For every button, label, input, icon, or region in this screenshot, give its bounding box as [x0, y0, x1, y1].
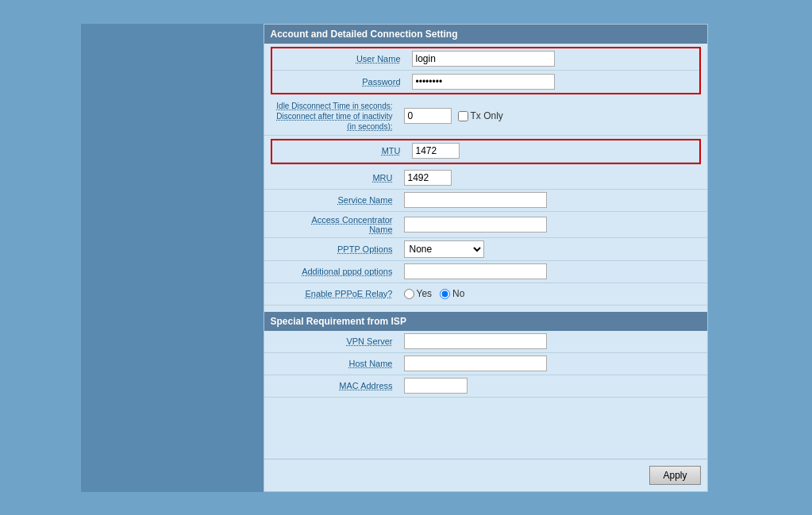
host-name-input[interactable]: [404, 356, 547, 371]
bottom-bar: Apply: [264, 459, 707, 491]
mru-row: MRU: [264, 167, 707, 190]
left-sidebar: [81, 24, 264, 492]
pppoe-relay-row: Enable PPPoE Relay? Yes No: [264, 283, 707, 306]
vpn-server-row: VPN Server: [264, 331, 707, 353]
access-concentrator-label: Access ConcentratorName: [264, 212, 399, 237]
yes-text: Yes: [417, 288, 433, 299]
mtu-input[interactable]: [412, 143, 460, 159]
pppoe-relay-yes-radio[interactable]: [404, 289, 414, 299]
mtu-row: MTU: [272, 140, 699, 163]
additional-pppd-row: Additional pppd options: [264, 261, 707, 283]
idle-disconnect-input[interactable]: [404, 108, 452, 124]
idle-disconnect-label: Idle Disconnect Time in seconds: Disconn…: [264, 98, 399, 135]
access-concentrator-input-cell: [399, 214, 707, 235]
mru-input[interactable]: [404, 170, 452, 186]
vpn-server-input[interactable]: [404, 333, 547, 349]
account-title: Account and Detailed Connection Setting: [271, 29, 458, 40]
mac-address-input-cell: [399, 375, 707, 396]
username-input-cell: [407, 48, 699, 69]
additional-pppd-input[interactable]: [404, 263, 547, 279]
mac-address-row: MAC Address: [264, 375, 707, 398]
pppoe-relay-yes-label: Yes: [404, 288, 433, 299]
pppoe-relay-no-radio[interactable]: [440, 289, 450, 299]
password-input-cell: [407, 71, 699, 92]
pppoe-relay-no-label: No: [440, 288, 464, 299]
mtu-label: MTU: [272, 143, 407, 159]
isp-section-header: Special Requirement from ISP: [264, 312, 707, 331]
host-name-row: Host Name: [264, 353, 707, 375]
service-name-row: Service Name: [264, 190, 707, 212]
tx-only-text: Tx Only: [471, 110, 503, 121]
username-row: User Name: [272, 48, 699, 71]
additional-pppd-input-cell: [399, 261, 707, 282]
idle-disconnect-row: Idle Disconnect Time in seconds: Disconn…: [264, 98, 707, 136]
vpn-server-input-cell: [399, 331, 707, 352]
mtu-input-cell: [407, 140, 699, 161]
password-label: Password: [272, 74, 407, 90]
pptp-options-label: PPTP Options: [264, 241, 399, 257]
section-gap: [264, 306, 707, 312]
mac-address-input[interactable]: [404, 378, 468, 394]
pppoe-relay-radio-group: Yes No: [404, 288, 465, 299]
pppoe-relay-label: Enable PPPoE Relay?: [264, 286, 399, 302]
idle-disconnect-input-cell: Tx Only: [399, 106, 707, 126]
mac-address-label: MAC Address: [264, 378, 399, 394]
access-concentrator-input[interactable]: [404, 217, 547, 233]
isp-title: Special Requirement from ISP: [271, 316, 406, 327]
main-panel: Account and Detailed Connection Setting …: [264, 24, 708, 492]
password-row: Password: [272, 71, 699, 93]
service-name-label: Service Name: [264, 192, 399, 208]
additional-pppd-label: Additional pppd options: [264, 263, 399, 279]
host-name-input-cell: [399, 353, 707, 374]
mtu-group: MTU: [271, 139, 701, 164]
pptp-options-row: PPTP Options None MPPE-40 MPPE-128 MPPE-…: [264, 238, 707, 261]
host-name-label: Host Name: [264, 356, 399, 371]
username-label: User Name: [272, 51, 407, 67]
no-text: No: [452, 288, 464, 299]
account-section-header: Account and Detailed Connection Setting: [264, 25, 707, 44]
service-name-input[interactable]: [404, 192, 547, 208]
password-input[interactable]: [412, 74, 555, 90]
credentials-group: User Name Password: [271, 47, 701, 94]
pptp-options-select[interactable]: None MPPE-40 MPPE-128 MPPE-40/128: [404, 240, 484, 258]
mru-label: MRU: [264, 170, 399, 186]
tx-only-label: Tx Only: [458, 110, 503, 121]
apply-button[interactable]: Apply: [649, 466, 700, 485]
pptp-options-input-cell: None MPPE-40 MPPE-128 MPPE-40/128: [399, 238, 707, 260]
username-input[interactable]: [412, 51, 555, 67]
mru-input-cell: [399, 167, 707, 188]
vpn-server-label: VPN Server: [264, 333, 399, 349]
tx-only-checkbox[interactable]: [458, 111, 468, 121]
pppoe-relay-input-cell: Yes No: [399, 286, 707, 302]
access-concentrator-row: Access ConcentratorName: [264, 212, 707, 238]
service-name-input-cell: [399, 190, 707, 210]
